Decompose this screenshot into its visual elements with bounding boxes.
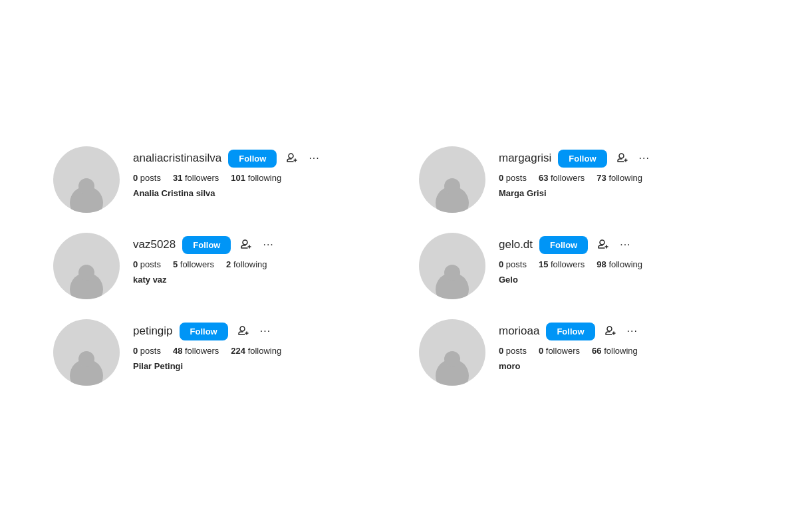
username-analiacristinasilva: analiacristinasilva [133, 152, 221, 165]
profile-card-analiacristinasilva: analiacristinasilva Follow ··· 0 posts 3… [53, 146, 379, 213]
followers-stat-morioaa: 0 followers [539, 346, 580, 356]
posts-stat-vaz5028: 0 posts [133, 259, 161, 269]
svg-point-5 [607, 327, 612, 331]
profile-info-vaz5028: vaz5028 Follow ··· 0 posts 5 followers 2… [133, 233, 274, 285]
display-name-petingip: Pilar Petingi [133, 361, 281, 371]
username-morioaa: morioaa [499, 325, 539, 338]
more-options-icon-margagrisi[interactable]: ··· [639, 152, 650, 164]
followers-stat-petingip: 48 followers [173, 346, 219, 356]
profile-info-gelo.dt: gelo.dt Follow ··· 0 posts 15 followers … [499, 233, 642, 285]
avatar-analiacristinasilva [53, 146, 120, 213]
add-friend-icon-vaz5028[interactable] [237, 235, 256, 254]
posts-stat-petingip: 0 posts [133, 346, 161, 356]
following-stat-morioaa: 66 following [592, 346, 638, 356]
followers-stat-analiacristinasilva: 31 followers [173, 173, 219, 183]
posts-stat-gelo.dt: 0 posts [499, 259, 527, 269]
display-name-gelo.dt: Gelo [499, 275, 642, 285]
profile-info-margagrisi: margagrisi Follow ··· 0 posts 63 followe… [499, 146, 650, 198]
profile-card-petingip: petingip Follow ··· 0 posts 48 followers… [53, 319, 379, 386]
add-friend-icon-analiacristinasilva[interactable] [283, 149, 302, 168]
profile-card-morioaa: morioaa Follow ··· 0 posts 0 followers 6… [419, 319, 745, 386]
posts-stat-margagrisi: 0 posts [499, 173, 527, 183]
follow-button-margagrisi[interactable]: Follow [558, 150, 606, 168]
profile-info-analiacristinasilva: analiacristinasilva Follow ··· 0 posts 3… [133, 146, 320, 198]
svg-point-0 [289, 154, 293, 158]
profiles-grid: analiacristinasilva Follow ··· 0 posts 3… [0, 120, 798, 412]
stats-row-analiacristinasilva: 0 posts 31 followers 101 following [133, 173, 320, 183]
profile-header-vaz5028: vaz5028 Follow ··· [133, 235, 274, 254]
display-name-morioaa: moro [499, 361, 638, 371]
followers-stat-vaz5028: 5 followers [173, 259, 214, 269]
username-gelo.dt: gelo.dt [499, 238, 533, 251]
avatar-margagrisi [419, 146, 485, 213]
display-name-vaz5028: katy vaz [133, 275, 274, 285]
svg-point-2 [243, 240, 247, 245]
more-options-icon-vaz5028[interactable]: ··· [263, 239, 273, 251]
more-options-icon-analiacristinasilva[interactable]: ··· [309, 152, 319, 164]
profile-info-petingip: petingip Follow ··· 0 posts 48 followers… [133, 319, 281, 371]
add-friend-icon-morioaa[interactable] [602, 322, 620, 340]
more-options-icon-gelo.dt[interactable]: ··· [620, 239, 630, 251]
profile-card-gelo.dt: gelo.dt Follow ··· 0 posts 15 followers … [419, 233, 745, 299]
following-stat-vaz5028: 2 following [226, 259, 267, 269]
add-friend-icon-gelo.dt[interactable] [595, 235, 613, 254]
profile-info-morioaa: morioaa Follow ··· 0 posts 0 followers 6… [499, 319, 638, 371]
username-vaz5028: vaz5028 [133, 238, 176, 251]
svg-point-4 [240, 327, 245, 331]
stats-row-petingip: 0 posts 48 followers 224 following [133, 346, 281, 356]
avatar-petingip [53, 319, 120, 386]
follow-button-morioaa[interactable]: Follow [546, 323, 595, 340]
stats-row-margagrisi: 0 posts 63 followers 73 following [499, 173, 650, 183]
profile-header-morioaa: morioaa Follow ··· [499, 322, 638, 340]
stats-row-gelo.dt: 0 posts 15 followers 98 following [499, 259, 642, 269]
profile-card-vaz5028: vaz5028 Follow ··· 0 posts 5 followers 2… [53, 233, 379, 299]
add-friend-icon-margagrisi[interactable] [614, 149, 632, 168]
display-name-analiacristinasilva: Analia Cristina silva [133, 188, 320, 198]
follow-button-vaz5028[interactable]: Follow [182, 236, 231, 254]
stats-row-vaz5028: 0 posts 5 followers 2 following [133, 259, 274, 269]
username-margagrisi: margagrisi [499, 152, 551, 165]
more-options-icon-petingip[interactable]: ··· [260, 325, 271, 337]
followers-stat-margagrisi: 63 followers [539, 173, 585, 183]
add-friend-icon-petingip[interactable] [235, 322, 253, 340]
more-options-icon-morioaa[interactable]: ··· [627, 325, 638, 337]
follow-button-petingip[interactable]: Follow [180, 323, 228, 340]
svg-point-3 [600, 240, 604, 245]
username-petingip: petingip [133, 325, 173, 338]
posts-stat-morioaa: 0 posts [499, 346, 527, 356]
following-stat-petingip: 224 following [231, 346, 281, 356]
follow-button-analiacristinasilva[interactable]: Follow [228, 150, 277, 168]
svg-point-1 [619, 154, 624, 158]
profile-header-gelo.dt: gelo.dt Follow ··· [499, 235, 642, 254]
avatar-gelo.dt [419, 233, 485, 299]
profile-header-petingip: petingip Follow ··· [133, 322, 281, 340]
following-stat-margagrisi: 73 following [597, 173, 642, 183]
profile-card-margagrisi: margagrisi Follow ··· 0 posts 63 followe… [419, 146, 745, 213]
display-name-margagrisi: Marga Grisi [499, 188, 650, 198]
following-stat-analiacristinasilva: 101 following [231, 173, 281, 183]
profile-header-analiacristinasilva: analiacristinasilva Follow ··· [133, 149, 320, 168]
following-stat-gelo.dt: 98 following [597, 259, 642, 269]
follow-button-gelo.dt[interactable]: Follow [539, 236, 588, 254]
posts-stat-analiacristinasilva: 0 posts [133, 173, 161, 183]
stats-row-morioaa: 0 posts 0 followers 66 following [499, 346, 638, 356]
followers-stat-gelo.dt: 15 followers [539, 259, 585, 269]
avatar-morioaa [419, 319, 485, 386]
profile-header-margagrisi: margagrisi Follow ··· [499, 149, 650, 168]
avatar-vaz5028 [53, 233, 120, 299]
